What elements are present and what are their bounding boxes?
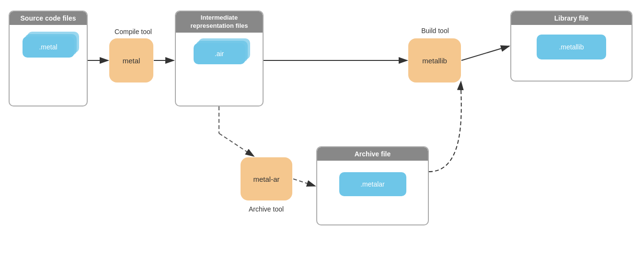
metallib-tool: metallib	[408, 38, 461, 82]
metal-tool: metal	[109, 38, 153, 82]
arrow-metallib-to-library	[461, 46, 509, 60]
library-header: Library file	[511, 12, 632, 25]
build-tool-label: Build tool	[406, 27, 464, 35]
intermediate-box: Intermediaterepresentation files .air	[175, 11, 264, 106]
intermediate-file-chip: .air	[194, 43, 245, 64]
arrow-metalAr-to-archive	[293, 179, 315, 186]
library-file-chip: .metallib	[537, 35, 606, 59]
source-file-chip: .metal	[23, 36, 74, 58]
archive-header: Archive file	[317, 147, 428, 161]
archive-tool-label: Archive tool	[229, 205, 303, 213]
intermediate-file-chips: .air	[194, 43, 245, 64]
arrow-archive-to-metallib	[429, 82, 461, 172]
intermediate-header: Intermediaterepresentation files	[176, 12, 263, 33]
archive-file-chip: .metalar	[339, 172, 406, 196]
metalAr-tool: metal-ar	[241, 157, 292, 200]
compile-tool-label: Compile tool	[104, 28, 162, 35]
library-box: Library file .metallib	[510, 11, 632, 82]
archive-box: Archive file .metalar	[316, 146, 429, 225]
source-file-chips: .metal	[23, 36, 74, 58]
source-code-box: Source code files .metal	[9, 11, 88, 106]
source-code-header: Source code files	[10, 12, 87, 25]
arrow-intermediate-to-metalAr-bottom	[219, 133, 254, 156]
diagram-container: Source code files .metal Compile tool me…	[0, 0, 644, 259]
